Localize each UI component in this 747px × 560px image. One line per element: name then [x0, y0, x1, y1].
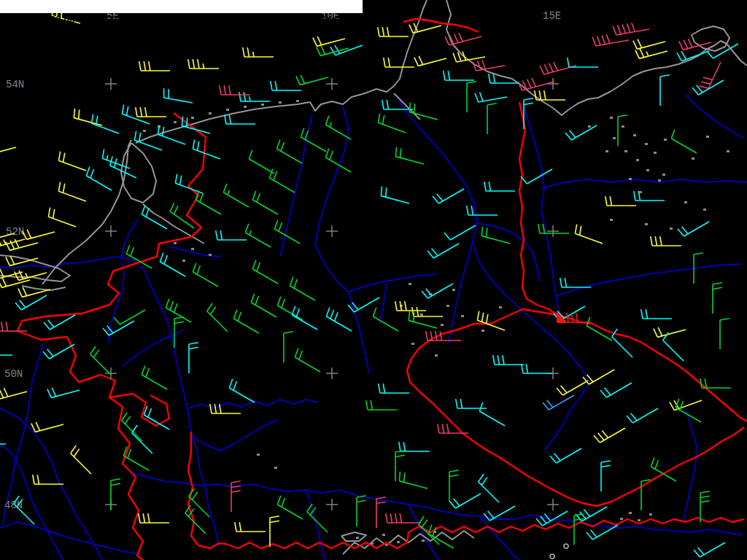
- country-border: [18, 113, 206, 560]
- wind-barb: [427, 244, 459, 258]
- terrain-speck: [658, 179, 661, 182]
- wind-barb: [357, 496, 366, 526]
- wind-barb: [71, 446, 91, 474]
- wind-barb: [399, 442, 430, 451]
- wind-barb: [313, 36, 345, 46]
- wind-barb: [271, 81, 301, 90]
- terrain-speck: [174, 121, 177, 123]
- wind-barb: [251, 294, 276, 317]
- wind-barb: [663, 332, 684, 361]
- terrain-speck: [257, 454, 260, 456]
- wind-barb: [0, 268, 23, 279]
- terrain-speck: [610, 219, 613, 221]
- wind-barb: [521, 169, 552, 184]
- terrain-speck: [670, 228, 673, 230]
- terrain-speck: [191, 248, 194, 250]
- wind-barb: [47, 388, 80, 397]
- wind-barb: [601, 461, 611, 491]
- wind-barb: [290, 277, 315, 300]
- coastline: [446, 0, 747, 115]
- coastline: [394, 93, 420, 120]
- wind-barb: [543, 395, 574, 410]
- calm-station-icon: [550, 554, 554, 559]
- wind-barb: [44, 315, 75, 330]
- wind-barb: [229, 379, 255, 402]
- wind-barb: [136, 107, 166, 117]
- wind-barb: [245, 224, 271, 247]
- river: [306, 490, 325, 560]
- terrain-speck: [605, 150, 608, 152]
- wind-barb: [376, 497, 386, 528]
- wind-barb: [409, 23, 441, 33]
- wind-barb: [700, 491, 710, 522]
- wind-barb: [91, 114, 119, 133]
- terrain-speck: [356, 537, 359, 539]
- terrain-speck: [629, 512, 632, 514]
- river: [556, 264, 741, 296]
- map-title-text: SON 02.03.08 00:00 UTC Bodenwettermeldun…: [12, 14, 360, 25]
- river: [169, 246, 222, 257]
- terrain-speck: [646, 169, 649, 171]
- wind-barb: [31, 422, 63, 432]
- country-border: [519, 102, 557, 315]
- wind-barb: [467, 82, 476, 112]
- wind-barb: [677, 51, 709, 61]
- wind-barb: [477, 311, 505, 330]
- wind-barb: [139, 513, 169, 523]
- wind-barb: [654, 327, 686, 337]
- terrain-speck: [409, 283, 411, 285]
- terrain-speck: [382, 534, 385, 536]
- graticule-label: 54N: [6, 79, 24, 90]
- wind-barb: [276, 140, 302, 163]
- coastline: [22, 286, 66, 290]
- terrain-speck: [654, 152, 657, 154]
- wind-barb: [536, 511, 568, 526]
- wind-barb: [449, 470, 459, 501]
- wind-barb: [479, 474, 499, 502]
- wind-barb: [484, 182, 515, 191]
- terrain-speck: [649, 513, 652, 516]
- wind-barb: [235, 522, 266, 532]
- terrain-speck: [420, 314, 423, 316]
- terrain-speck: [629, 178, 632, 180]
- wind-barb: [142, 366, 167, 389]
- wind-barb: [233, 310, 259, 333]
- wind-barb: [366, 400, 397, 410]
- wind-barb: [114, 310, 145, 324]
- wind-barb: [220, 85, 250, 95]
- wind-barb: [43, 344, 74, 359]
- weather-map-canvas: 5E10E15E54N52N50N48N: [0, 0, 747, 560]
- river: [349, 292, 369, 373]
- wind-barb: [433, 189, 464, 203]
- wind-barb: [414, 56, 446, 66]
- wind-barb: [58, 152, 86, 171]
- wind-barb: [651, 236, 681, 246]
- country-border: [188, 432, 744, 548]
- river: [683, 408, 697, 522]
- wind-barb: [412, 307, 443, 316]
- terrain-speck: [624, 150, 627, 152]
- wind-barb: [378, 114, 406, 133]
- wind-barb: [409, 103, 438, 120]
- wind-barb: [379, 384, 409, 393]
- terrain-speck: [422, 540, 425, 542]
- wind-barb: [252, 191, 278, 214]
- wind-barb: [139, 61, 170, 71]
- wind-barb: [373, 308, 398, 331]
- terrain-speck: [703, 209, 706, 211]
- river: [108, 220, 137, 343]
- terrain-speck: [182, 260, 185, 262]
- terrain-speck: [610, 117, 613, 119]
- wind-barb: [243, 47, 274, 57]
- map-title-bar: SON 02.03.08 00:00 UTC Bodenwettermeldun…: [0, 0, 363, 13]
- wind-barb: [381, 187, 409, 203]
- wind-barb: [538, 224, 569, 233]
- terrain-speck: [397, 541, 400, 543]
- terrain-speck: [499, 306, 502, 308]
- wind-barb: [444, 225, 476, 240]
- terrain-speck: [143, 130, 146, 132]
- river: [191, 420, 277, 451]
- river: [524, 106, 559, 314]
- wind-barb: [239, 92, 270, 101]
- wind-barb: [0, 346, 12, 355]
